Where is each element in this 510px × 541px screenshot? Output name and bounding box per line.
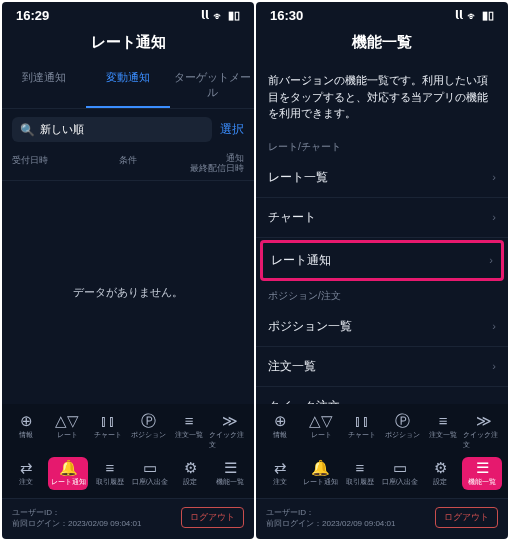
nav-rate[interactable]: △▽レート (47, 410, 88, 453)
nav-quick-order[interactable]: ≫クイック注文 (209, 410, 250, 453)
swap-icon: ⇄ (20, 460, 33, 475)
item-position-list[interactable]: ポジション一覧› (256, 307, 508, 347)
bell-icon: 🔔 (311, 460, 330, 475)
item-order-list[interactable]: 注文一覧› (256, 347, 508, 387)
nav-features[interactable]: ☰機能一覧 (210, 457, 250, 490)
battery-icon: ▮▯ (482, 9, 494, 22)
status-icons: 𝗹𝗹 ᯤ ▮▯ (201, 9, 240, 22)
nav-row-2: ⇄注文 🔔レート通知 ≡取引履歴 ▭口座/入出金 ⚙設定 ☰機能一覧 (6, 457, 250, 490)
list-icon: ≡ (439, 413, 448, 428)
nav-chart[interactable]: ⫿⫿チャート (341, 410, 382, 453)
sort-selector[interactable]: 🔍 新しい順 (12, 117, 212, 142)
position-icon: Ⓟ (395, 413, 410, 428)
status-bar: 16:30 𝗹𝗹 ᯤ ▮▯ (256, 2, 508, 25)
list-icon: ≡ (185, 413, 194, 428)
tab-change[interactable]: 変動通知 (86, 62, 170, 108)
nav-row-1: ⊕情報 △▽レート ⫿⫿チャート Ⓟポジション ≡注文一覧 ≫クイック注文 (260, 410, 504, 453)
chart-icon: ⫿⫿ (100, 413, 116, 428)
battery-icon: ▮▯ (228, 9, 240, 22)
nav-info[interactable]: ⊕情報 (6, 410, 47, 453)
chevron-right-icon: › (492, 360, 496, 372)
nav-settings[interactable]: ⚙設定 (170, 457, 210, 490)
quick-icon: ≫ (222, 413, 238, 428)
bottom-nav: ⊕情報 △▽レート ⫿⫿チャート Ⓟポジション ≡注文一覧 ≫クイック注文 ⇄注… (256, 404, 508, 498)
globe-icon: ⊕ (20, 413, 33, 428)
footer: ユーザーID： 前回ログイン：2023/02/09 09:04:01 ログアウト (256, 498, 508, 539)
tab-arrival[interactable]: 到達通知 (2, 62, 86, 108)
position-icon: Ⓟ (141, 413, 156, 428)
bell-icon: 🔔 (59, 460, 78, 475)
gear-icon: ⚙ (434, 460, 447, 475)
col-datetime: 受付日時 (12, 154, 89, 174)
nav-info[interactable]: ⊕情報 (260, 410, 301, 453)
chevron-right-icon: › (489, 254, 493, 266)
search-icon: 🔍 (20, 123, 35, 137)
select-button[interactable]: 選択 (220, 121, 244, 138)
phone-right: 16:30 𝗹𝗹 ᯤ ▮▯ 機能一覧 前バージョンの機能一覧です。利用したい項目… (256, 2, 508, 539)
status-bar: 16:29 𝗹𝗹 ᯤ ▮▯ (2, 2, 254, 25)
nav-features[interactable]: ☰機能一覧 (462, 457, 502, 490)
phone-left: 16:29 𝗹𝗹 ᯤ ▮▯ レート通知 到達通知 変動通知 ターゲットメール 🔍… (2, 2, 254, 539)
menu-icon: ☰ (224, 460, 237, 475)
nav-history[interactable]: ≡取引履歴 (340, 457, 380, 490)
rate-icon: △▽ (55, 413, 79, 428)
sort-value: 新しい順 (40, 122, 84, 137)
logout-button[interactable]: ログアウト (181, 507, 244, 528)
tab-target-mail[interactable]: ターゲットメール (170, 62, 254, 108)
nav-position[interactable]: Ⓟポジション (128, 410, 169, 453)
feature-list: レート/チャート レート一覧› チャート› レート通知› ポジション/注文 ポジ… (256, 134, 508, 404)
footer-info: ユーザーID： 前回ログイン：2023/02/09 09:04:01 (12, 507, 141, 529)
empty-state: データがありません。 (2, 181, 254, 404)
chart-icon: ⫿⫿ (354, 413, 370, 428)
item-chart[interactable]: チャート› (256, 198, 508, 238)
wifi-icon: ᯤ (213, 10, 224, 22)
item-rate-list[interactable]: レート一覧› (256, 158, 508, 198)
nav-orders[interactable]: ≡注文一覧 (423, 410, 464, 453)
gear-icon: ⚙ (184, 460, 197, 475)
nav-order[interactable]: ⇄注文 (6, 457, 46, 490)
nav-row-2: ⇄注文 🔔レート通知 ≡取引履歴 ▭口座/入出金 ⚙設定 ☰機能一覧 (260, 457, 504, 490)
chevron-right-icon: › (492, 320, 496, 332)
nav-rate[interactable]: △▽レート (301, 410, 342, 453)
nav-history[interactable]: ≡取引履歴 (90, 457, 130, 490)
nav-row-1: ⊕情報 △▽レート ⫿⫿チャート Ⓟポジション ≡注文一覧 ≫クイック注文 (6, 410, 250, 453)
item-rate-notice[interactable]: レート通知› (260, 240, 504, 281)
logout-button[interactable]: ログアウト (435, 507, 498, 528)
card-icon: ▭ (143, 460, 157, 475)
nav-chart[interactable]: ⫿⫿チャート (87, 410, 128, 453)
nav-position[interactable]: Ⓟポジション (382, 410, 423, 453)
tabs: 到達通知 変動通知 ターゲットメール (2, 62, 254, 109)
swap-icon: ⇄ (274, 460, 287, 475)
page-description: 前バージョンの機能一覧です。利用したい項目をタップすると、対応する当アプリの機能… (256, 62, 508, 134)
search-row: 🔍 新しい順 選択 (2, 109, 254, 150)
signal-icon: 𝗹𝗹 (201, 9, 209, 22)
page-title: レート通知 (2, 25, 254, 62)
wifi-icon: ᯤ (467, 10, 478, 22)
section-position-order: ポジション/注文 (256, 283, 508, 307)
status-time: 16:29 (16, 8, 49, 23)
rate-icon: △▽ (309, 413, 333, 428)
nav-order[interactable]: ⇄注文 (260, 457, 300, 490)
nav-settings[interactable]: ⚙設定 (420, 457, 460, 490)
nav-rate-notice[interactable]: 🔔レート通知 (300, 457, 340, 490)
nav-account[interactable]: ▭口座/入出金 (130, 457, 170, 490)
chevron-right-icon: › (492, 211, 496, 223)
nav-account[interactable]: ▭口座/入出金 (380, 457, 420, 490)
nav-quick-order[interactable]: ≫クイック注文 (463, 410, 504, 453)
item-quick-order[interactable]: クイック注文› (256, 387, 508, 404)
section-rate-chart: レート/チャート (256, 134, 508, 158)
history-icon: ≡ (106, 460, 115, 475)
nav-rate-notice[interactable]: 🔔レート通知 (48, 457, 88, 490)
nav-orders[interactable]: ≡注文一覧 (169, 410, 210, 453)
history-icon: ≡ (356, 460, 365, 475)
column-headers: 受付日時 条件 通知 最終配信日時 (2, 150, 254, 181)
col-notice: 通知 最終配信日時 (167, 154, 244, 174)
globe-icon: ⊕ (274, 413, 287, 428)
card-icon: ▭ (393, 460, 407, 475)
footer-info: ユーザーID： 前回ログイン：2023/02/09 09:04:01 (266, 507, 395, 529)
signal-icon: 𝗹𝗹 (455, 9, 463, 22)
chevron-right-icon: › (492, 171, 496, 183)
status-icons: 𝗹𝗹 ᯤ ▮▯ (455, 9, 494, 22)
bottom-nav: ⊕情報 △▽レート ⫿⫿チャート Ⓟポジション ≡注文一覧 ≫クイック注文 ⇄注… (2, 404, 254, 498)
footer: ユーザーID： 前回ログイン：2023/02/09 09:04:01 ログアウト (2, 498, 254, 539)
